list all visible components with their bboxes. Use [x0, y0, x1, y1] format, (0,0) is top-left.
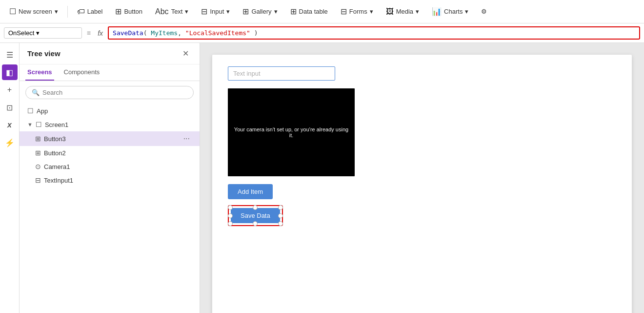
- variables-icon: x: [7, 121, 12, 129]
- add-control-button[interactable]: +: [2, 82, 18, 98]
- screen1-label: Screen1: [45, 121, 192, 128]
- save-data-label: Save Data: [241, 212, 270, 219]
- tab-components[interactable]: Components: [62, 64, 102, 81]
- main-layout: ☰ ◧ + ⊡ x ⚡ Tree view ✕ Screens Componen…: [0, 43, 644, 313]
- plus-icon: +: [7, 85, 12, 94]
- data-table-icon: ⊞: [290, 7, 297, 16]
- add-item-label: Add Item: [238, 188, 263, 195]
- tab-screens[interactable]: Screens: [25, 64, 54, 81]
- plugins-button[interactable]: ⚡: [2, 135, 18, 150]
- formula-input[interactable]: SaveData( MyItems, "LocalSavedItems" ): [108, 26, 640, 40]
- tree-item-screen1[interactable]: ▼ ☐ Screen1: [20, 118, 200, 131]
- plugins-icon: ⚡: [5, 138, 15, 147]
- media-button[interactable]: 🖼 Media ▾: [381, 5, 424, 19]
- forms-chevron: ▾: [370, 8, 373, 15]
- hamburger-icon: ☰: [6, 50, 13, 60]
- toolbar: ☐ New screen ▾ 🏷 Label ⊞ Button Abc Text…: [0, 0, 644, 23]
- camera-message: Your camera isn't set up, or you're alre…: [228, 123, 355, 142]
- property-dropdown[interactable]: OnSelect ▾: [4, 27, 82, 39]
- data-table-label: Data table: [299, 8, 328, 15]
- property-dropdown-chevron: ▾: [36, 29, 40, 37]
- save-data-wrapper: Save Data: [228, 205, 283, 226]
- formula-code: SaveData( MyItems, "LocalSavedItems" ): [113, 29, 258, 37]
- input-button[interactable]: ⊟ Input ▾: [196, 4, 235, 19]
- gallery-icon: ⊞: [242, 7, 249, 16]
- formula-func: SaveData: [113, 29, 143, 37]
- media-label: Media: [396, 8, 413, 15]
- tree-item-app[interactable]: ☐ App: [20, 104, 200, 118]
- settings-button[interactable]: ⚙: [476, 5, 492, 18]
- textinput1-label: TextInput1: [44, 177, 192, 184]
- handle-tl: [228, 205, 233, 210]
- charts-button[interactable]: 📊 Charts ▾: [426, 4, 474, 19]
- button-icon: ⊞: [115, 7, 121, 16]
- text-input-control[interactable]: Text input: [228, 66, 335, 81]
- handle-bm: [253, 221, 258, 226]
- components-icon: ⊡: [6, 103, 13, 112]
- search-input[interactable]: [42, 89, 187, 96]
- tree-item-button2[interactable]: ⊞ Button2: [20, 146, 200, 160]
- handle-tm: [253, 205, 258, 210]
- tree-item-textinput1[interactable]: ⊟ TextInput1: [20, 173, 200, 187]
- property-dropdown-label: OnSelect: [8, 29, 34, 37]
- charts-chevron: ▾: [465, 8, 468, 15]
- camera1-icon: ⊙: [35, 163, 41, 170]
- charts-label: Charts: [444, 8, 463, 15]
- gallery-chevron: ▾: [274, 8, 278, 15]
- app-icon: ☐: [27, 107, 34, 115]
- tab-screens-label: Screens: [27, 68, 52, 76]
- search-box: 🔍: [25, 86, 194, 99]
- close-button[interactable]: ✕: [180, 48, 192, 59]
- layers-button[interactable]: ◧: [2, 64, 18, 80]
- fx-label: fx: [96, 29, 105, 37]
- canvas-area[interactable]: Text input Your camera isn't set up, or …: [200, 43, 644, 313]
- equals-sign: =: [85, 29, 93, 37]
- camera-control: Your camera isn't set up, or you're alre…: [228, 88, 355, 176]
- button-button[interactable]: ⊞ Button: [110, 4, 148, 19]
- textinput1-icon: ⊟: [35, 176, 41, 184]
- input-label: Input: [210, 8, 224, 15]
- hamburger-menu-button[interactable]: ☰: [2, 47, 18, 63]
- formula-arg1: MyItems: [147, 29, 178, 37]
- text-button[interactable]: Abc Text ▾: [150, 5, 194, 19]
- sidebar-title: Tree view: [27, 49, 60, 58]
- formula-bar: OnSelect ▾ = fx SaveData( MyItems, "Loca…: [0, 23, 644, 43]
- label-button[interactable]: 🏷 Label: [72, 5, 108, 19]
- tree-item-camera1[interactable]: ⊙ Camera1: [20, 160, 200, 173]
- text-chevron: ▾: [185, 8, 188, 15]
- button-label: Button: [124, 8, 142, 15]
- formula-arg2: "LocalSavedItems": [185, 29, 250, 37]
- tree-item-button3[interactable]: ⊞ Button3 ···: [20, 131, 200, 146]
- sidebar-tabs: Screens Components: [20, 64, 200, 81]
- text-input-placeholder: Text input: [233, 70, 261, 77]
- add-item-button[interactable]: Add Item: [228, 184, 273, 199]
- components-button[interactable]: ⊡: [2, 100, 18, 115]
- canvas-frame: Text input Your camera isn't set up, or …: [212, 55, 632, 313]
- icon-rail: ☰ ◧ + ⊡ x ⚡: [0, 43, 20, 313]
- forms-icon: ⊟: [341, 7, 347, 16]
- tab-components-label: Components: [64, 68, 100, 76]
- settings-icon: ⚙: [481, 8, 487, 15]
- handle-br: [278, 221, 283, 226]
- gallery-button[interactable]: ⊞ Gallery ▾: [237, 4, 282, 19]
- camera1-label: Camera1: [44, 163, 192, 170]
- button3-icon: ⊞: [35, 135, 41, 143]
- button3-label: Button3: [44, 135, 179, 143]
- label-icon: 🏷: [77, 7, 85, 16]
- forms-label: Forms: [349, 8, 367, 15]
- data-table-button[interactable]: ⊞ Data table: [285, 4, 333, 19]
- forms-button[interactable]: ⊟ Forms ▾: [335, 4, 379, 19]
- text-label: Text: [171, 8, 183, 15]
- sidebar: Tree view ✕ Screens Components 🔍 ☐ App ▼: [20, 43, 200, 313]
- variables-button[interactable]: x: [2, 117, 18, 133]
- tree-items: ☐ App ▼ ☐ Screen1 ⊞ Button3 ··· ⊞ Button…: [20, 104, 200, 313]
- screen1-icon: ☐: [36, 121, 42, 128]
- handle-ml: [228, 213, 233, 218]
- new-screen-button[interactable]: ☐ New screen ▾: [4, 4, 63, 19]
- app-label: App: [37, 107, 192, 115]
- input-icon: ⊟: [201, 7, 207, 16]
- gallery-label: Gallery: [251, 8, 271, 15]
- button2-label: Button2: [44, 149, 192, 157]
- new-screen-label: New screen: [19, 8, 52, 15]
- button3-more-icon[interactable]: ···: [181, 134, 192, 143]
